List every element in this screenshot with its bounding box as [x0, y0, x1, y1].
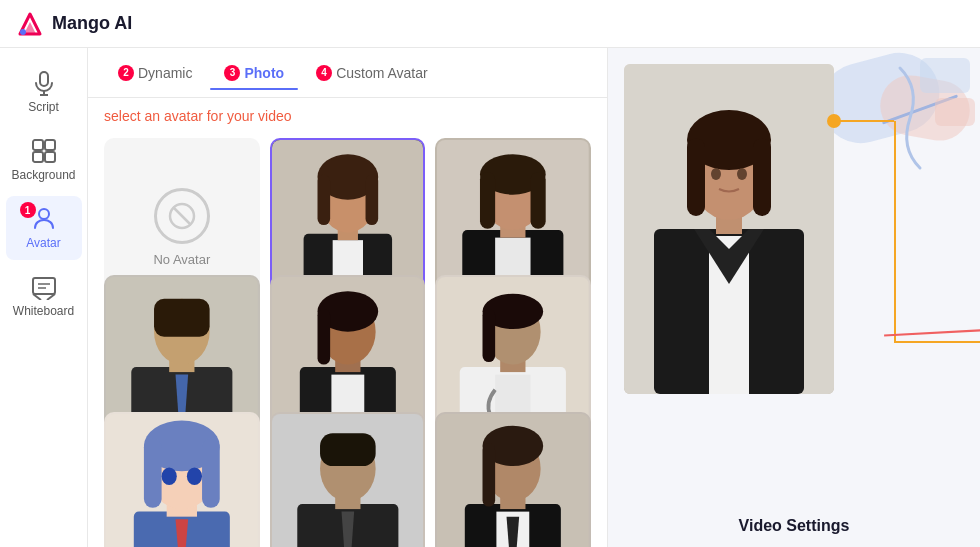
- svg-rect-7: [45, 140, 55, 150]
- orange-line-horizontal: [828, 120, 894, 122]
- right-panel: Video Settings: [608, 48, 980, 547]
- sidebar-item-script[interactable]: Script: [6, 60, 82, 124]
- avatar-card-woman4[interactable]: [435, 412, 591, 547]
- tab-dynamic[interactable]: 2 Dynamic: [104, 57, 206, 89]
- logo-text: Mango AI: [52, 13, 132, 34]
- svg-point-63: [162, 467, 177, 485]
- svg-point-2: [20, 29, 26, 35]
- avatar-card-man2[interactable]: [270, 412, 426, 547]
- avatar-woman4-svg: [437, 414, 589, 547]
- sidebar-item-background[interactable]: Background: [6, 128, 82, 192]
- svg-rect-61: [144, 438, 162, 508]
- sidebar-item-whiteboard[interactable]: Whiteboard: [6, 264, 82, 328]
- dynamic-badge: 2: [118, 65, 134, 81]
- svg-rect-54: [483, 309, 496, 362]
- sidebar-background-label: Background: [11, 168, 75, 182]
- photo-badge: 3: [224, 65, 240, 81]
- red-line: [884, 328, 980, 337]
- svg-rect-11: [33, 278, 55, 294]
- avatar-preview-img: [624, 64, 834, 394]
- svg-point-92: [737, 168, 747, 180]
- svg-rect-39: [154, 299, 210, 337]
- svg-line-17: [173, 207, 191, 225]
- ban-icon: [167, 201, 197, 231]
- avatar-anime-svg: [106, 414, 258, 547]
- svg-rect-8: [33, 152, 43, 162]
- avatar-man2-svg: [272, 414, 424, 547]
- svg-rect-33: [531, 172, 546, 229]
- svg-rect-25: [365, 174, 378, 225]
- svg-rect-6: [33, 140, 43, 150]
- svg-rect-89: [687, 138, 705, 216]
- tab-photo[interactable]: 3 Photo: [210, 57, 298, 89]
- svg-rect-62: [202, 438, 220, 508]
- svg-rect-24: [317, 174, 330, 225]
- logo-icon: [16, 10, 44, 38]
- whiteboard-icon: [31, 274, 57, 300]
- avatar-card-anime[interactable]: [104, 412, 260, 547]
- custom-avatar-badge: 4: [316, 65, 332, 81]
- svg-rect-32: [480, 172, 495, 229]
- header: Mango AI: [0, 0, 980, 48]
- svg-point-64: [187, 467, 202, 485]
- svg-point-10: [39, 209, 49, 219]
- orange-line-vertical: [894, 121, 896, 341]
- no-avatar-label: No Avatar: [153, 252, 210, 267]
- video-settings-section: Video Settings: [608, 505, 980, 547]
- main-layout: Script Background 1 Avatar: [0, 48, 980, 547]
- select-instruction: select an avatar for your video: [88, 98, 607, 130]
- avatar-badge: 1: [20, 202, 36, 218]
- svg-rect-78: [483, 443, 496, 506]
- svg-rect-90: [753, 138, 771, 216]
- mic-icon: [31, 70, 57, 96]
- grid-icon: [31, 138, 57, 164]
- tab-custom-avatar[interactable]: 4 Custom Avatar: [302, 57, 442, 89]
- svg-rect-9: [45, 152, 55, 162]
- svg-rect-3: [40, 72, 48, 86]
- avatar-grid: No Avatar: [88, 130, 607, 547]
- preview-main-svg: [624, 64, 834, 394]
- sidebar-avatar-label: Avatar: [26, 236, 60, 250]
- svg-point-91: [711, 168, 721, 180]
- left-panel: 2 Dynamic 3 Photo 4 Custom Avatar select…: [88, 48, 608, 547]
- orange-line-horizontal-2: [894, 341, 980, 343]
- sidebar: Script Background 1 Avatar: [0, 48, 88, 547]
- sidebar-whiteboard-label: Whiteboard: [13, 304, 74, 318]
- avatar-preview: [624, 64, 834, 394]
- svg-rect-46: [317, 309, 330, 365]
- sidebar-script-label: Script: [28, 100, 59, 114]
- content-area: 2 Dynamic 3 Photo 4 Custom Avatar select…: [88, 48, 980, 547]
- preview-area: [608, 48, 980, 505]
- tabs-bar: 2 Dynamic 3 Photo 4 Custom Avatar: [88, 48, 607, 98]
- svg-rect-70: [320, 433, 376, 466]
- video-settings-title: Video Settings: [628, 517, 960, 535]
- sidebar-item-avatar[interactable]: 1 Avatar: [6, 196, 82, 260]
- no-avatar-circle: [154, 188, 210, 244]
- logo: Mango AI: [16, 10, 132, 38]
